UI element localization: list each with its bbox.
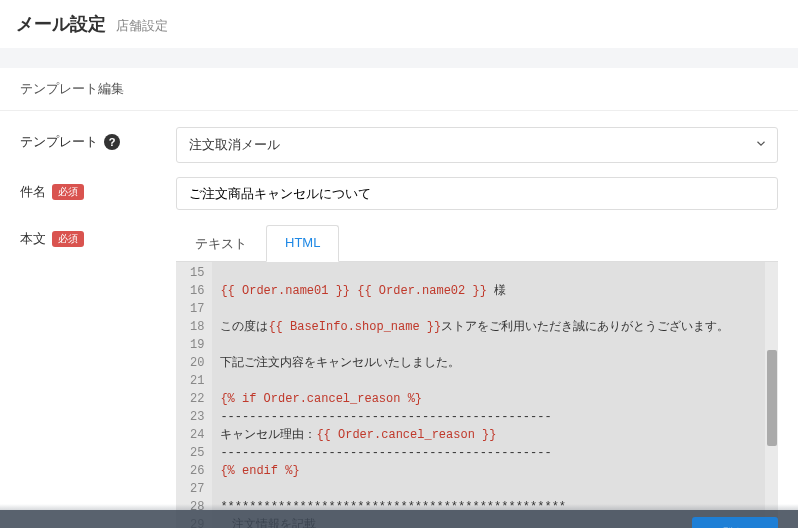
label-template: テンプレート ? [20,127,176,151]
tab-text[interactable]: テキスト [176,225,266,262]
template-select-value: 注文取消メール [176,127,778,163]
submit-button[interactable]: 登録 [692,517,778,528]
required-badge: 必須 [52,184,84,200]
page-title: メール設定 [16,12,106,36]
tab-html[interactable]: HTML [266,225,339,262]
label-body: 本文 必須 [20,224,176,248]
form-area: テンプレート ? 注文取消メール 件名 必須 本文 必須 テキスト [0,111,798,528]
page-subtitle: 店舗設定 [116,17,168,35]
row-body: 本文 必須 テキスト HTML 151617181920212223242526… [20,224,778,528]
label-body-text: 本文 [20,230,46,248]
scrollbar-thumb[interactable] [767,350,777,446]
editor-gutter: 15161718192021222324252627282930313233 [176,262,212,528]
help-icon[interactable]: ? [104,134,120,150]
footer-bar: 登録 [0,510,798,528]
row-template: テンプレート ? 注文取消メール [20,127,778,163]
code-editor[interactable]: 15161718192021222324252627282930313233 {… [176,262,778,528]
editor-wrap: 15161718192021222324252627282930313233 {… [176,262,778,528]
editor-scrollbar[interactable] [765,262,778,528]
label-subject-text: 件名 [20,183,46,201]
footer-fade [0,504,798,510]
page-header: メール設定 店舗設定 [0,0,798,48]
subject-input[interactable] [176,177,778,210]
label-template-text: テンプレート [20,133,98,151]
required-badge: 必須 [52,231,84,247]
spacer [0,48,798,68]
section-title: テンプレート編集 [0,68,798,111]
row-subject: 件名 必須 [20,177,778,210]
label-subject: 件名 必須 [20,177,176,201]
template-select[interactable]: 注文取消メール [176,127,778,163]
chevron-down-icon [754,137,768,154]
editor-code[interactable]: {{ Order.name01 }} {{ Order.name02 }} 様 … [212,262,778,528]
body-tabs: テキスト HTML [176,224,778,262]
